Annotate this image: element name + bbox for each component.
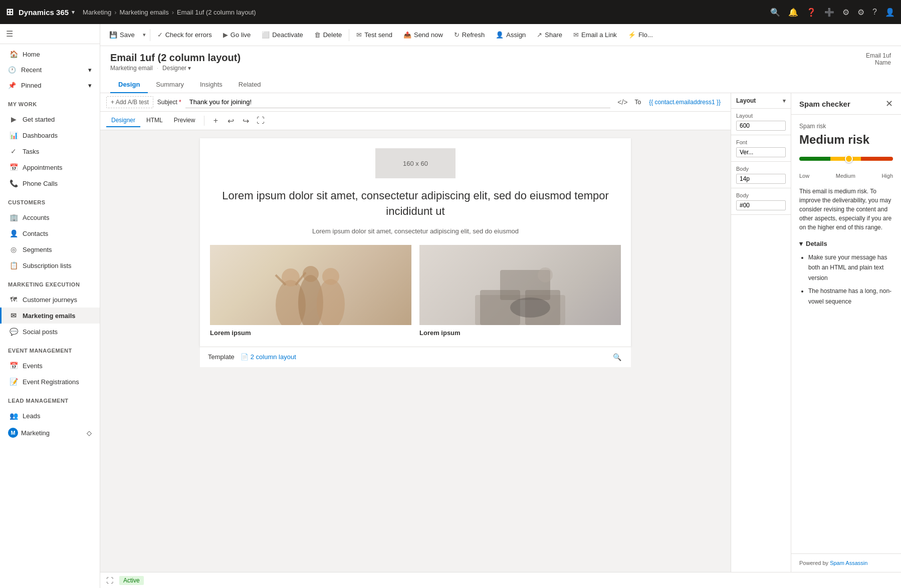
sidebar-item-event-registrations[interactable]: 📝 Event Registrations: [0, 374, 100, 390]
add-element-button[interactable]: +: [208, 114, 222, 128]
right-panel-layout-chevron[interactable]: ▾: [783, 98, 786, 104]
view-tab-html[interactable]: HTML: [141, 114, 168, 127]
spam-details-title: Details: [806, 240, 827, 247]
save-dropdown[interactable]: ▾: [141, 30, 148, 40]
email-col-1-visual: [210, 245, 411, 325]
status-expand-button[interactable]: ⛶: [106, 576, 113, 584]
app-brand[interactable]: ⊞ Dynamics 365 ▾: [6, 7, 79, 18]
sidebar-item-accounts[interactable]: 🏢 Accounts: [0, 209, 100, 225]
email-link-button[interactable]: ✉ Email a Link: [568, 28, 622, 42]
sidebar-item-phone-calls[interactable]: 📞 Phone Calls: [0, 175, 100, 191]
cmd-sep-1: [150, 29, 150, 41]
view-tab-preview[interactable]: Preview: [169, 114, 200, 127]
editor-area: + Add A/B test Subject * </> To {{ conta…: [100, 93, 731, 572]
delete-icon: 🗑: [314, 31, 321, 39]
breadcrumb-marketing-emails[interactable]: Marketing emails: [120, 9, 169, 16]
sidebar-pinned-collapse[interactable]: 📌 Pinned ▾: [0, 78, 100, 93]
send-now-button[interactable]: 📤 Send now: [398, 28, 448, 42]
email-subtext[interactable]: Lorem ipsum dolor sit amet, consectetur …: [210, 227, 621, 235]
events-icon: 📅: [10, 362, 18, 370]
help-icon[interactable]: ❓: [806, 8, 816, 17]
ab-test-button[interactable]: + Add A/B test: [106, 96, 153, 108]
template-link-label: 2 column layout: [251, 353, 296, 361]
go-live-button[interactable]: ▶ Go live: [218, 28, 256, 42]
redo-button[interactable]: ↪: [239, 114, 253, 128]
flow-icon: ⚡: [628, 31, 636, 39]
sidebar-item-social-posts[interactable]: 💬 Social posts: [0, 324, 100, 340]
sidebar-item-events[interactable]: 📅 Events: [0, 358, 100, 374]
page-meta-status[interactable]: Designer ▾: [162, 65, 191, 72]
test-send-button[interactable]: ✉ Test send: [351, 28, 397, 42]
sidebar-item-get-started[interactable]: ▶ Get started: [0, 111, 100, 127]
email-col-1[interactable]: Lorem ipsum: [210, 245, 411, 337]
spam-gauge-indicator: [845, 155, 853, 163]
email-logo-placeholder[interactable]: 160 x 60: [375, 148, 456, 178]
tab-related[interactable]: Related: [231, 77, 269, 93]
tab-design[interactable]: Design: [110, 77, 148, 93]
settings-icon[interactable]: ⚙: [857, 8, 864, 17]
sidebar-item-customer-journeys[interactable]: 🗺 Customer journeys: [0, 291, 100, 308]
delete-button[interactable]: 🗑 Delete: [309, 28, 347, 42]
save-button[interactable]: 💾 Save: [104, 28, 140, 42]
sidebar-item-home[interactable]: 🏠 Home: [0, 46, 100, 62]
spam-close-button[interactable]: ✕: [885, 99, 893, 108]
sidebar-item-leads[interactable]: 👥 Leads: [0, 408, 100, 424]
assign-button[interactable]: 👤 Assign: [491, 28, 531, 42]
deactivate-button[interactable]: ⬜ Deactivate: [257, 28, 308, 42]
sidebar-item-marketing-emails[interactable]: ✉ Marketing emails: [0, 308, 100, 324]
sidebar-item-subscription-lists[interactable]: 📋 Subscription lists: [0, 257, 100, 273]
sidebar-hamburger[interactable]: ☰: [6, 29, 13, 39]
template-search-button[interactable]: 🔍: [611, 351, 623, 363]
flow-button[interactable]: ⚡ Flo...: [623, 28, 658, 42]
check-errors-button[interactable]: ✓ Check for errors: [152, 28, 217, 42]
new-icon[interactable]: ➕: [824, 8, 834, 17]
tasks-label: Tasks: [23, 148, 39, 155]
sidebar-recent-collapse[interactable]: 🕐 Recent ▾: [0, 62, 100, 78]
sidebar-item-appointments[interactable]: 📅 Appointments: [0, 159, 100, 175]
tab-insights[interactable]: Insights: [192, 77, 231, 93]
sidebar-item-contacts[interactable]: 👤 Contacts: [0, 225, 100, 241]
search-icon[interactable]: 🔍: [770, 8, 780, 17]
breadcrumb-marketing[interactable]: Marketing: [83, 9, 111, 16]
view-tab-designer[interactable]: Designer: [106, 114, 140, 127]
sidebar-item-dashboards[interactable]: 📊 Dashboards: [0, 127, 100, 143]
expand-button[interactable]: ⛶: [254, 114, 268, 128]
marketing-emails-label: Marketing emails: [23, 312, 76, 320]
app-chevron[interactable]: ▾: [72, 9, 75, 16]
page-meta-type[interactable]: Marketing email: [110, 65, 153, 72]
email-col-1-img[interactable]: [210, 245, 411, 325]
subject-code-icon[interactable]: </>: [614, 96, 630, 108]
filter-icon[interactable]: ⚙: [842, 8, 849, 17]
marketing-label: Marketing: [21, 429, 50, 437]
refresh-button[interactable]: ↻ Refresh: [449, 28, 490, 42]
layout-label: Layout: [736, 113, 786, 119]
waffle-icon[interactable]: ⊞: [6, 7, 14, 18]
bell-icon[interactable]: 🔔: [788, 8, 798, 17]
email-col-2-img[interactable]: [419, 245, 621, 325]
body-size-label: Body: [736, 166, 786, 172]
test-send-icon: ✉: [356, 31, 362, 39]
body-size-input[interactable]: [736, 174, 786, 184]
subject-input[interactable]: [185, 96, 611, 108]
event-registrations-label: Event Registrations: [23, 378, 79, 386]
email-headline[interactable]: Lorem ipsum dolor sit amet, consectetur …: [210, 188, 621, 219]
spam-footer-link[interactable]: Spam Assassin: [830, 560, 867, 566]
tab-summary[interactable]: Summary: [148, 77, 192, 93]
layout-input[interactable]: [736, 121, 786, 131]
spam-details-list: Make sure your message has both an HTML …: [799, 252, 893, 307]
spam-details-header[interactable]: ▾ Details: [799, 240, 893, 247]
email-col-2[interactable]: Lorem ipsum: [419, 245, 621, 337]
sidebar-item-tasks[interactable]: ✓ Tasks: [0, 143, 100, 159]
share-button[interactable]: ↗ Share: [532, 28, 567, 42]
question-icon[interactable]: ?: [872, 8, 877, 17]
font-input[interactable]: [736, 147, 786, 157]
user-icon[interactable]: 👤: [885, 8, 895, 17]
sidebar-item-segments[interactable]: ◎ Segments: [0, 241, 100, 257]
lead-mgmt-section: 👥 Leads M Marketing ◇: [0, 406, 100, 444]
sidebar-pinned-label: Pinned: [21, 82, 41, 89]
undo-button[interactable]: ↩: [223, 114, 238, 128]
spam-panel-title: Spam checker: [799, 100, 850, 108]
sidebar-marketing-collapse[interactable]: M Marketing ◇: [0, 424, 100, 442]
body-color-input[interactable]: [736, 200, 786, 210]
template-link[interactable]: 📄 2 column layout: [241, 353, 296, 361]
